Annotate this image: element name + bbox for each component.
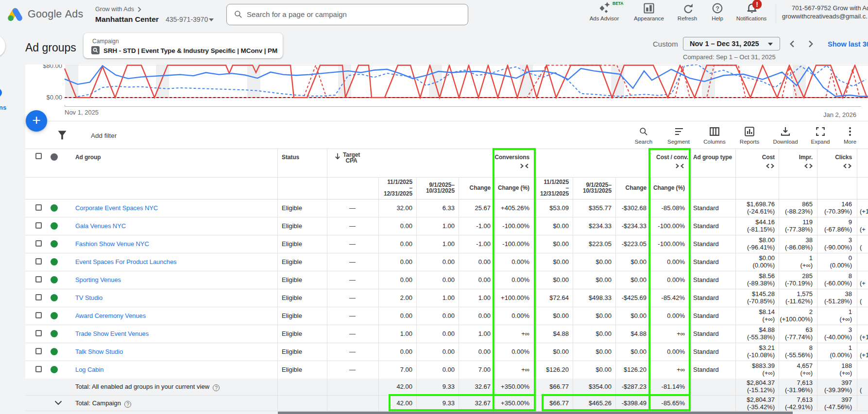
svg-text:!: !	[756, 0, 758, 8]
svg-text:?: ?	[715, 5, 719, 12]
